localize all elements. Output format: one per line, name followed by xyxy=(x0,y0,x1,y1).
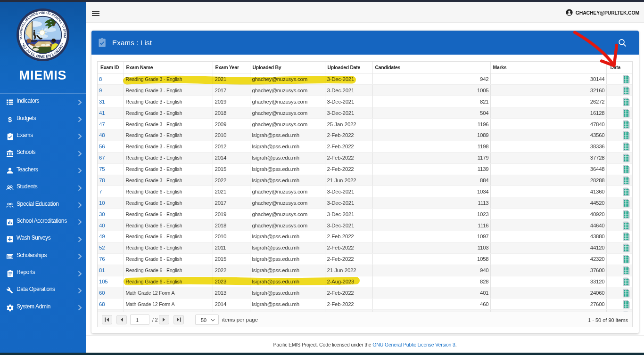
svg-text:$: $ xyxy=(8,116,12,123)
svg-text:100: 100 xyxy=(8,255,12,258)
